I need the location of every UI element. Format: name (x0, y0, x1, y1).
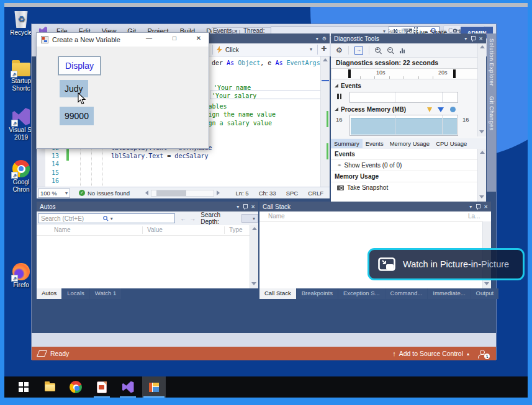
form-maximize-button[interactable]: □ (169, 35, 180, 42)
caret-up-icon[interactable]: ▴ (467, 351, 469, 357)
form-minimize-button[interactable]: — (143, 35, 155, 42)
timeline-ruler[interactable]: 10s 20s (331, 68, 478, 79)
event-bolt-icon (217, 46, 222, 53)
notifications-icon[interactable]: 1 (478, 350, 487, 358)
split-editor-icon[interactable]: ✚ (321, 45, 327, 53)
char-indicator: Ch: 33 (259, 190, 276, 197)
up-arrow-icon: ↑ (392, 350, 396, 357)
column-language[interactable]: La... (468, 213, 480, 220)
watch-in-pip-button[interactable]: Watch in Picture-in-Picture (367, 248, 525, 280)
zoom-out-icon[interactable]: − (387, 47, 394, 54)
tab-watch1[interactable]: Watch 1 (90, 288, 122, 299)
pause-icon[interactable] (337, 94, 341, 99)
export-icon[interactable]: → (354, 47, 363, 55)
issues-text: No issues found (88, 190, 130, 197)
tab-events[interactable]: Events (363, 139, 387, 148)
column-name[interactable]: Name (268, 213, 285, 220)
tab-git-changes[interactable]: Git Changes (489, 91, 495, 136)
search-depth-dropdown[interactable]: ▾ (241, 214, 258, 223)
diagnostic-tools-pane: Diagnostic Tools ▾ ✕ ⚙ → + − Diagnostics… (331, 33, 486, 202)
chevron-down-icon[interactable]: ▾ (464, 36, 467, 42)
tab-summary[interactable]: Summary (331, 139, 363, 148)
form-close-button[interactable]: ✕ (193, 35, 204, 42)
zoom-dropdown[interactable]: 100 %▾ (38, 189, 70, 198)
form-title-bar[interactable]: Create a New Variable (37, 33, 209, 47)
chevron-down-icon[interactable]: ▾ (237, 204, 239, 210)
hscroll-right-icon[interactable] (217, 190, 220, 195)
autos-search-row: Search (Ctrl+E) ▾ ← → Search Depth: ▾ (37, 211, 258, 225)
tab-cpu-usage[interactable]: CPU Usage (433, 139, 470, 148)
settings-gear-icon[interactable]: ⚙ (336, 47, 343, 54)
mouse-cursor (78, 92, 87, 105)
start-button[interactable] (12, 376, 35, 398)
memory-marker-triangle-icon (438, 107, 444, 112)
pip-label-tail: Picture (481, 259, 509, 269)
diagnostics-scrollbar[interactable] (477, 43, 486, 136)
pin-icon[interactable] (243, 204, 247, 210)
taskbar-form-app-active[interactable] (142, 376, 166, 398)
autos-scrollbar[interactable] (250, 225, 258, 288)
column-name[interactable]: Name (54, 226, 71, 233)
tab-solution-explorer[interactable]: Solution Explorer (489, 33, 495, 91)
show-events-link[interactable]: ⚭ Show Events (0 of 0) (331, 159, 486, 171)
tab-breakpoints[interactable]: Breakpoints (297, 288, 338, 299)
hscrollbar[interactable] (151, 190, 214, 197)
folder-icon: ↗ (12, 63, 30, 76)
hscroll-left-icon[interactable] (145, 190, 148, 195)
member-dropdown[interactable]: Click (225, 45, 239, 55)
autos-search-input[interactable]: Search (Ctrl+E) ▾ (38, 213, 175, 223)
pin-icon[interactable] (476, 204, 480, 210)
session-text: Diagnostics session: 22 seconds (336, 59, 438, 66)
camera-icon (337, 185, 344, 190)
zoom-in-icon[interactable]: + (375, 47, 382, 54)
tab-exception-settings[interactable]: Exception S... (338, 288, 385, 299)
member-dropdown-icon[interactable]: ▾ (310, 47, 312, 52)
filter-icon[interactable] (403, 29, 409, 33)
editor-scrollbar[interactable] (320, 56, 330, 187)
display-button[interactable]: Display (58, 56, 101, 75)
close-icon[interactable]: ✕ (479, 36, 483, 42)
summary-scrollbar[interactable] (477, 149, 486, 202)
column-value[interactable]: Value (147, 226, 163, 233)
taskbar-visual-studio[interactable] (116, 376, 140, 398)
summary-content: Events ⚭ Show Events (0 of 0) Memory Usa… (331, 149, 486, 202)
timeline-handle-left[interactable] (348, 69, 351, 78)
taskbar-file-explorer[interactable] (38, 376, 61, 398)
tab-immediate-window[interactable]: Immediate... (428, 288, 470, 299)
search-back-icon[interactable]: ← (180, 215, 186, 222)
add-to-source-control-button[interactable]: Add to Source Control (399, 350, 463, 357)
line-ending-indicator[interactable]: CRLF (308, 190, 323, 197)
autos-header: Autos ▾ ✕ (37, 202, 258, 211)
notification-badge: 1 (484, 354, 490, 359)
column-type[interactable]: Type (229, 226, 243, 233)
ready-text: Ready (50, 350, 69, 357)
pin-icon[interactable] (471, 36, 475, 42)
events-timeline-lane (349, 92, 458, 103)
chart-icon[interactable] (400, 47, 405, 53)
events-section-header[interactable]: Events (335, 82, 361, 89)
running-indicator (94, 396, 110, 398)
close-icon[interactable]: ✕ (251, 204, 255, 210)
tab-autos[interactable]: Autos (37, 288, 61, 299)
toolbar-options-icon[interactable] (413, 27, 418, 33)
close-icon[interactable]: ✕ (484, 204, 488, 210)
take-snapshot-link[interactable]: Take Snapshot (331, 182, 486, 193)
running-indicator (143, 396, 165, 398)
chevron-down-icon[interactable]: ▾ (316, 36, 318, 42)
taskbar-impress[interactable] (90, 376, 114, 398)
gear-icon[interactable]: ⚙ (322, 36, 327, 42)
taskbar-chrome[interactable] (64, 376, 88, 398)
chevron-down-icon[interactable]: ▾ (469, 204, 472, 210)
spaces-indicator[interactable]: SPC (286, 190, 299, 197)
form-app-icon (149, 383, 159, 392)
tab-call-stack[interactable]: Call Stack (259, 288, 296, 299)
timeline-handle-right[interactable] (453, 69, 456, 78)
tab-memory-usage[interactable]: Memory Usage (387, 139, 433, 148)
tab-command-window[interactable]: Command... (385, 288, 428, 299)
tab-locals[interactable]: Locals (62, 288, 89, 299)
memory-section-header[interactable]: Process Memory (MB) (335, 106, 406, 113)
taskbar (4, 376, 528, 398)
vs-status-bar: Ready ↑ Add to Source Control ▴ 1 (32, 347, 496, 360)
search-forward-icon[interactable]: → (189, 215, 196, 222)
tab-output[interactable]: Output (471, 288, 499, 299)
